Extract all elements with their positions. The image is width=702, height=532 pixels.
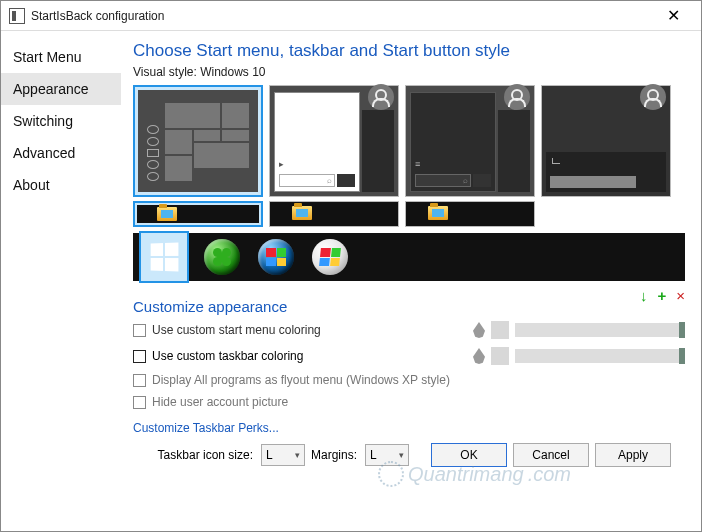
main-panel: Choose Start menu, taskbar and Start but… xyxy=(121,31,701,531)
flag-orb-icon xyxy=(312,239,348,275)
orb-win10[interactable] xyxy=(141,233,187,281)
taskbar-style-3[interactable] xyxy=(405,201,535,227)
win7-orb-icon xyxy=(258,239,294,275)
app-icon xyxy=(9,8,25,24)
folder-icon xyxy=(292,206,312,220)
color-drop-icon[interactable] xyxy=(473,348,485,364)
label-start-coloring: Use custom start menu coloring xyxy=(152,323,321,337)
label-hide-avatar: Hide user account picture xyxy=(152,395,288,409)
taskbar-style-row xyxy=(133,201,685,227)
footer: Taskbar icon size: L▾ Margins: L▾ OK Can… xyxy=(133,435,685,477)
page-heading: Choose Start menu, taskbar and Start but… xyxy=(133,41,685,61)
icon-size-value: L xyxy=(266,448,273,462)
start-button-row xyxy=(133,233,685,281)
apply-button[interactable]: Apply xyxy=(595,443,671,467)
margins-label: Margins: xyxy=(311,448,357,462)
checkbox-start-coloring[interactable] xyxy=(133,324,146,337)
checkbox-taskbar-coloring[interactable] xyxy=(133,350,146,363)
sidebar: Start Menu Appearance Switching Advanced… xyxy=(1,31,121,531)
icon-size-select[interactable]: L▾ xyxy=(261,444,305,466)
sidebar-item-appearance[interactable]: Appearance xyxy=(1,73,121,105)
menu-style-plain-dark[interactable] xyxy=(541,85,671,197)
visual-style-line: Visual style: Windows 10 xyxy=(133,65,685,79)
option-row-start-coloring: Use custom start menu coloring xyxy=(133,321,685,339)
color-drop-icon[interactable] xyxy=(473,322,485,338)
window-title: StartIsBack configuration xyxy=(31,9,653,23)
avatar-icon xyxy=(504,84,530,110)
folder-icon xyxy=(428,206,448,220)
avatar-icon xyxy=(640,84,666,110)
option-row-flyout: Display All programs as flyout menu (Win… xyxy=(133,373,685,387)
color-swatch[interactable] xyxy=(491,347,509,365)
option-row-taskbar-coloring: Use custom taskbar coloring xyxy=(133,347,685,365)
checkbox-flyout[interactable] xyxy=(133,374,146,387)
margins-select[interactable]: L▾ xyxy=(365,444,409,466)
orb-win7[interactable] xyxy=(257,238,295,276)
menu-style-win10[interactable] xyxy=(133,85,263,197)
color-swatch[interactable] xyxy=(491,321,509,339)
label-flyout: Display All programs as flyout menu (Win… xyxy=(152,373,450,387)
menu-style-win7-light[interactable]: ▸⌕ xyxy=(269,85,399,197)
window-body: Start Menu Appearance Switching Advanced… xyxy=(1,31,701,531)
menu-style-row: ▸⌕ ≡⌕ xyxy=(133,85,685,197)
orb-clover[interactable] xyxy=(203,238,241,276)
label-taskbar-coloring: Use custom taskbar coloring xyxy=(152,349,303,363)
customize-heading: Customize appearance xyxy=(133,298,685,315)
sidebar-item-about[interactable]: About xyxy=(1,169,121,201)
titlebar: StartIsBack configuration ✕ xyxy=(1,1,701,31)
sidebar-item-advanced[interactable]: Advanced xyxy=(1,137,121,169)
icon-size-label: Taskbar icon size: xyxy=(158,448,253,462)
orb-flag[interactable] xyxy=(311,238,349,276)
chevron-down-icon: ▾ xyxy=(399,450,404,460)
sidebar-item-switching[interactable]: Switching xyxy=(1,105,121,137)
taskbar-style-1[interactable] xyxy=(133,201,263,227)
options-group: Use custom start menu coloring Use custo… xyxy=(133,321,685,435)
clover-orb-icon xyxy=(204,239,240,275)
folder-icon xyxy=(157,207,177,221)
margins-value: L xyxy=(370,448,377,462)
chevron-down-icon: ▾ xyxy=(295,450,300,460)
menu-style-win7-dark[interactable]: ≡⌕ xyxy=(405,85,535,197)
config-window: StartIsBack configuration ✕ Start Menu A… xyxy=(0,0,702,532)
checkbox-hide-avatar[interactable] xyxy=(133,396,146,409)
cancel-button[interactable]: Cancel xyxy=(513,443,589,467)
option-row-hide-avatar: Hide user account picture xyxy=(133,395,685,409)
opacity-slider-taskbar[interactable] xyxy=(515,349,685,363)
visual-style-label: Visual style: xyxy=(133,65,197,79)
close-button[interactable]: ✕ xyxy=(653,6,693,25)
avatar-icon xyxy=(368,84,394,110)
visual-style-value: Windows 10 xyxy=(200,65,265,79)
ok-button[interactable]: OK xyxy=(431,443,507,467)
opacity-slider-start[interactable] xyxy=(515,323,685,337)
customize-perks-link[interactable]: Customize Taskbar Perks... xyxy=(133,421,685,435)
taskbar-style-2[interactable] xyxy=(269,201,399,227)
sidebar-item-start-menu[interactable]: Start Menu xyxy=(1,41,121,73)
windows-logo-icon xyxy=(151,242,179,271)
